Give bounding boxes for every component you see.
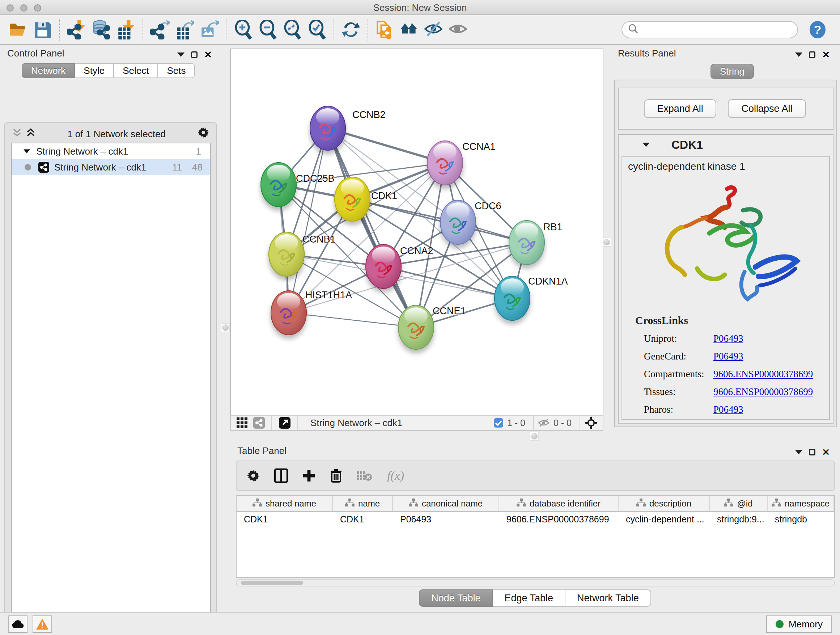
- node-table[interactable]: shared namenamecanonical namedatabase id…: [236, 495, 835, 578]
- network-node-CCNE1[interactable]: [398, 305, 434, 350]
- memory-button[interactable]: Memory: [766, 616, 832, 633]
- help-button[interactable]: ?: [808, 20, 827, 39]
- control-panel-float-icon[interactable]: [191, 51, 197, 58]
- toolbar-separator: [142, 19, 143, 41]
- gene-header[interactable]: CDK1: [619, 135, 833, 155]
- network-node-CCNB2[interactable]: [309, 106, 346, 150]
- delete-column-trash-icon[interactable]: [330, 469, 342, 483]
- network-collection-row[interactable]: String Network – cdk1 1: [11, 143, 210, 159]
- crosslink-value-link[interactable]: 9606.ENSP00000378699: [714, 369, 813, 380]
- table-panel-close-icon[interactable]: ✕: [822, 448, 830, 457]
- network-node-CDC25B[interactable]: [261, 162, 297, 207]
- search-input[interactable]: [638, 25, 783, 35]
- gene-description: cyclin-dependent kinase 1: [628, 161, 829, 172]
- import-table-file-button[interactable]: [114, 18, 138, 41]
- collection-expand-icon[interactable]: [24, 149, 30, 154]
- warnings-button[interactable]: [33, 616, 52, 633]
- zoom-out-button[interactable]: [256, 18, 280, 41]
- open-session-button[interactable]: [6, 18, 30, 41]
- save-session-button[interactable]: [30, 18, 55, 41]
- table-splitter-handle[interactable]: [530, 432, 539, 441]
- apply-layout-button[interactable]: [339, 18, 363, 41]
- column-header-name[interactable]: name: [333, 496, 393, 511]
- crosslink-label: Tissues:: [644, 386, 714, 397]
- network-node-CCNA1[interactable]: [427, 141, 463, 185]
- crosslink-value-link[interactable]: 9606.ENSP00000378699: [714, 386, 813, 397]
- export-image-icon: [202, 20, 219, 37]
- network-node-HIST1H1A[interactable]: [271, 290, 307, 335]
- left-splitter[interactable]: [221, 45, 230, 612]
- table-toolbar: f(x): [236, 461, 835, 491]
- import-network-file-button[interactable]: [65, 18, 89, 41]
- network-node-CDK1[interactable]: [334, 177, 370, 222]
- cloud-status-button[interactable]: [8, 616, 27, 633]
- fit-content-crosshair-icon[interactable]: [582, 416, 600, 429]
- export-table-button[interactable]: [172, 18, 197, 41]
- table-splitter[interactable]: [230, 431, 840, 442]
- tab-style[interactable]: Style: [75, 63, 114, 78]
- zoom-fit-button[interactable]: [280, 18, 305, 41]
- network-share-icon[interactable]: [250, 417, 268, 429]
- column-header-namespace[interactable]: namespace: [767, 496, 834, 511]
- table-cell: cyclin-dependent ...: [619, 512, 710, 528]
- tab-node-table[interactable]: Node Table: [419, 589, 493, 607]
- selected-checkbox-icon[interactable]: [493, 418, 504, 428]
- table-hscrollbar-thumb[interactable]: [241, 581, 303, 585]
- column-header-database-identifier[interactable]: database identifier: [499, 496, 619, 511]
- control-panel-menu-icon[interactable]: [177, 52, 185, 57]
- table-panel-float-icon[interactable]: [809, 449, 815, 455]
- network-options-gear-icon[interactable]: [197, 127, 209, 141]
- tab-network[interactable]: Network: [22, 63, 75, 78]
- add-column-icon[interactable]: [302, 469, 316, 482]
- crosslink-value-link[interactable]: P06493: [714, 333, 744, 344]
- results-panel-menu-icon[interactable]: [795, 52, 802, 57]
- crosslinks-title: CrossLinks: [635, 314, 829, 326]
- column-header-@id[interactable]: @id: [710, 496, 767, 511]
- show-all-button[interactable]: [447, 18, 471, 41]
- tab-select[interactable]: Select: [114, 63, 158, 78]
- tab-string[interactable]: String: [711, 64, 754, 79]
- show-columns-icon[interactable]: [274, 469, 288, 483]
- table-row[interactable]: CDK1CDK1P064939606.ENSP00000378699cyclin…: [237, 512, 834, 528]
- control-panel-close-icon[interactable]: ✕: [204, 50, 212, 59]
- tab-network-table[interactable]: Network Table: [565, 589, 651, 607]
- network-node-CDKN1A[interactable]: [494, 276, 531, 321]
- collapse-all-button[interactable]: Collapse All: [728, 99, 806, 118]
- left-splitter-handle[interactable]: [221, 323, 230, 333]
- crosslink-value-link[interactable]: P06493: [714, 404, 744, 415]
- zoom-in-button[interactable]: [231, 18, 256, 41]
- tab-edge-table[interactable]: Edge Table: [493, 589, 565, 607]
- right-splitter[interactable]: [603, 45, 611, 431]
- network-canvas[interactable]: CCNB2 CCNA1 CDC25B CDK1 CDC6 RB1: [230, 49, 603, 415]
- expand-all-networks-icon[interactable]: [26, 127, 35, 141]
- results-actions-box: Expand All Collapse All: [618, 88, 834, 130]
- detach-view-icon[interactable]: [276, 417, 294, 429]
- table-hscrollbar[interactable]: [236, 579, 835, 586]
- crosslink-value-link[interactable]: P06493: [714, 351, 744, 362]
- network-node-CCNA2[interactable]: [365, 244, 401, 289]
- hide-selected-button[interactable]: [422, 18, 447, 41]
- network-node-CCNB1[interactable]: [268, 232, 305, 277]
- results-panel-close-icon[interactable]: ✕: [822, 50, 830, 59]
- column-header-description[interactable]: description: [619, 496, 710, 511]
- birds-eye-grid-icon[interactable]: [234, 417, 250, 428]
- zoom-selected-button[interactable]: [305, 18, 329, 41]
- first-neighbors-button[interactable]: [397, 18, 422, 41]
- export-image-button[interactable]: [197, 18, 221, 41]
- gene-collapse-icon[interactable]: [643, 143, 650, 147]
- network-row[interactable]: String Network – cdk1 11 48: [11, 159, 210, 175]
- clone-network-button[interactable]: [373, 18, 397, 41]
- export-network-button[interactable]: [148, 18, 172, 41]
- tab-sets[interactable]: Sets: [158, 63, 195, 78]
- collapse-all-networks-icon[interactable]: [12, 127, 22, 141]
- network-node-CDC6[interactable]: [440, 200, 476, 245]
- network-node-RB1[interactable]: [508, 220, 545, 265]
- expand-all-button[interactable]: Expand All: [644, 99, 716, 118]
- import-network-database-button[interactable]: [89, 18, 114, 41]
- results-panel-float-icon[interactable]: [809, 51, 815, 58]
- column-header-shared-name[interactable]: shared name: [237, 496, 333, 511]
- table-options-gear-icon[interactable]: [247, 469, 260, 482]
- table-panel-menu-icon[interactable]: [795, 450, 802, 454]
- zoom-out-icon: [261, 20, 275, 39]
- column-header-canonical-name[interactable]: canonical name: [393, 496, 499, 511]
